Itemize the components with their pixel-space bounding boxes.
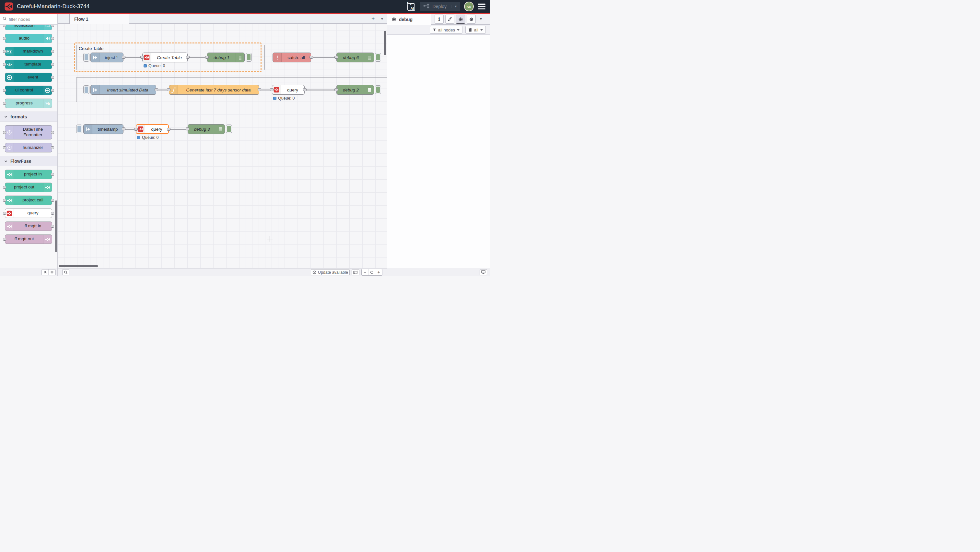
node-port-out[interactable]	[154, 88, 158, 91]
flow-canvas[interactable]: Create Tableinject ¹Create TableQueue: 0…	[58, 24, 387, 268]
node-port-out[interactable]	[167, 128, 170, 131]
palette-node-label: query	[14, 209, 52, 218]
palette-node-ff-mqtt-in[interactable]: ff mqtt in	[5, 222, 52, 231]
update-available-button[interactable]: Update available	[311, 269, 350, 275]
status-text: Queue: 0	[142, 135, 159, 140]
node-port-in[interactable]	[334, 56, 338, 59]
wire-query3-to-debug3[interactable]	[170, 129, 186, 130]
wire-inject1-to-create_table[interactable]	[125, 57, 141, 58]
ff-white-icon	[45, 185, 51, 190]
node-port-out[interactable]	[310, 56, 313, 59]
canvas-horizontal-scrollbar[interactable]	[59, 265, 98, 267]
debug-tab-button[interactable]	[456, 14, 465, 24]
tab-debug[interactable]: debug	[387, 14, 431, 25]
palette-node-markdown[interactable]: markdown	[5, 47, 52, 56]
debug-toggle-button[interactable]	[375, 53, 381, 62]
ff-white-icon	[6, 223, 12, 229]
node-gen-func[interactable]: ƒGenerate last 7 days sensor data	[169, 85, 259, 95]
palette-node-project-in[interactable]: project in	[5, 170, 52, 179]
node-port-in[interactable]	[205, 56, 209, 59]
palette-node-humanizer[interactable]: humanizer	[5, 143, 52, 152]
wire-gen_func-to-query2[interactable]	[261, 89, 270, 91]
node-port-out[interactable]	[303, 88, 307, 91]
palette-section-formats[interactable]: formats	[0, 112, 57, 121]
palette-node-audio[interactable]: audio	[5, 34, 52, 43]
flowfuse-logo-icon[interactable]	[5, 2, 13, 11]
node-port-out[interactable]	[258, 88, 261, 91]
zoom-out-button[interactable]: −	[362, 269, 369, 275]
palette-node-event[interactable]: event	[5, 73, 52, 82]
wire-query2-to-debug2[interactable]	[306, 89, 335, 91]
node-port-in[interactable]	[167, 88, 170, 91]
wire-timestamp-to-query3[interactable]	[125, 129, 135, 130]
user-avatar[interactable]: su	[464, 2, 474, 11]
expand-all-categories-button[interactable]	[49, 270, 56, 275]
wire-catch_all-to-debug6[interactable]	[312, 57, 335, 58]
palette-node-progress[interactable]: progress%	[5, 99, 52, 108]
add-flow-button[interactable]: +	[371, 16, 375, 22]
palette-search[interactable]	[0, 14, 57, 25]
debug-toggle-button[interactable]	[226, 124, 232, 133]
wire-create_table-to-debug1[interactable]	[189, 57, 206, 58]
main-menu-button[interactable]	[478, 3, 485, 10]
sidebar-options-caret[interactable]: ▼	[479, 17, 482, 21]
deploy-button[interactable]: Deploy ▼	[420, 2, 460, 11]
canvas-vertical-scrollbar[interactable]	[384, 31, 386, 55]
collapse-all-categories-button[interactable]	[42, 270, 49, 275]
ai-assistant-button[interactable]: ✦ ✦ AI	[406, 2, 416, 11]
debug-clear-button[interactable]: all	[465, 26, 486, 34]
debug-filter-button[interactable]: all nodes	[430, 26, 463, 34]
node-inject1[interactable]: inject ¹	[91, 53, 124, 62]
debug-list-icon	[367, 55, 372, 60]
inject-trigger-button[interactable]	[76, 124, 82, 133]
palette-node-date-time-formatter[interactable]: Date/Time Formatter	[5, 125, 52, 139]
zoom-in-button[interactable]: +	[375, 269, 382, 275]
node-label: debug 3	[188, 124, 216, 134]
zoom-reset-button[interactable]	[369, 269, 375, 275]
canvas-search-button[interactable]	[62, 269, 69, 275]
palette-node-notification[interactable]: notification	[5, 25, 52, 30]
node-create-table[interactable]: Create Table	[142, 53, 188, 62]
node-timestamp[interactable]: timestamp	[83, 124, 124, 134]
palette-section-flowfuse[interactable]: FlowFuse	[0, 156, 57, 166]
node-port-out[interactable]	[122, 128, 126, 130]
palette-node-project-call[interactable]: project call	[5, 196, 52, 205]
node-query2[interactable]: query	[272, 85, 305, 95]
wire-insert_sim-to-gen_func[interactable]	[158, 89, 167, 91]
node-label: query	[281, 85, 304, 94]
inject-trigger-button[interactable]	[83, 53, 89, 62]
node-debug3[interactable]: debug 3	[188, 124, 225, 134]
inject-trigger-button[interactable]	[83, 85, 89, 94]
node-query3[interactable]: query	[136, 124, 169, 134]
node-port-in[interactable]	[186, 128, 189, 130]
node-insert-sim[interactable]: Insert simulated Data	[91, 85, 156, 95]
palette-node-ui-control[interactable]: ui control	[5, 86, 52, 95]
node-debug2[interactable]: debug 2	[336, 85, 374, 95]
info-tab-button[interactable]: i	[434, 14, 444, 24]
open-in-window-button[interactable]	[480, 269, 487, 275]
palette-scrollbar[interactable]	[55, 200, 57, 252]
node-port-in[interactable]	[134, 128, 138, 131]
node-port-in[interactable]	[140, 56, 144, 59]
filter-nodes-input[interactable]	[9, 17, 48, 22]
deploy-options-caret[interactable]: ▼	[451, 5, 460, 8]
tab-flow-1[interactable]: Flow 1	[69, 14, 129, 24]
flow-list-caret[interactable]: ▼	[380, 17, 384, 21]
palette-node-query[interactable]: query	[5, 209, 52, 218]
node-port-in[interactable]	[334, 88, 338, 91]
node-port-in[interactable]	[270, 88, 274, 91]
node-port-out[interactable]	[186, 56, 189, 59]
help-tab-button[interactable]	[445, 14, 454, 24]
palette-node-label: audio	[5, 34, 43, 43]
config-nodes-tab-button[interactable]	[467, 14, 476, 24]
palette-node-project-out[interactable]: project out	[5, 183, 52, 192]
palette-node-ff-mqtt-out[interactable]: ff mqtt out	[5, 235, 52, 244]
node-debug1[interactable]: debug 1	[207, 53, 245, 62]
navigator-map-button[interactable]	[352, 269, 360, 275]
palette-node-template[interactable]: </>template	[5, 60, 52, 69]
debug-toggle-button[interactable]	[375, 85, 381, 94]
node-port-out[interactable]	[122, 56, 126, 59]
debug-toggle-button[interactable]	[246, 53, 252, 62]
node-debug6[interactable]: debug 6	[336, 53, 374, 62]
node-catch-all[interactable]: catch: all	[272, 53, 311, 62]
